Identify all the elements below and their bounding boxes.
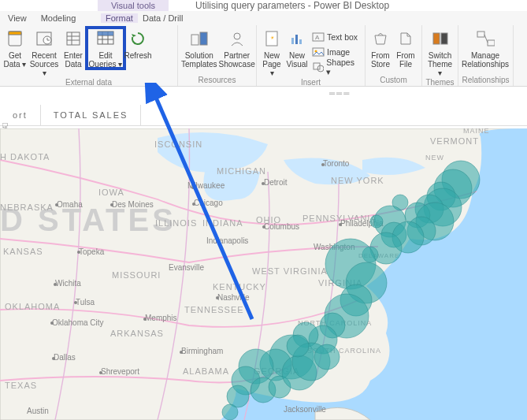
svg-point-82 (180, 351, 183, 354)
svg-point-74 (262, 225, 265, 229)
city-okc: Oklahoma City (52, 318, 104, 327)
svg-point-16 (234, 33, 240, 39)
svg-point-81 (216, 296, 219, 299)
svg-point-66 (314, 344, 340, 370)
city-dm: Des Moines (112, 200, 154, 209)
switch-theme-button[interactable]: Switch Theme ▾ (425, 28, 455, 77)
solution-templates-icon (190, 29, 209, 48)
city-jacksonville: Jacksonville (284, 405, 326, 414)
label-wv: WEST VIRGINIA (252, 266, 328, 276)
tab-data-drill[interactable]: Data / Drill (138, 13, 187, 23)
label-michigan: MICHIGAN (217, 166, 266, 176)
svg-point-73 (192, 203, 195, 206)
label-texas: TEXAS (5, 381, 37, 390)
label-arkansas: ARKANSAS (110, 329, 164, 338)
city-dallas: Dallas (54, 353, 76, 362)
svg-rect-28 (433, 33, 440, 44)
svg-point-78 (74, 301, 77, 304)
svg-rect-20 (295, 35, 298, 44)
city-evansville: Evansville (169, 263, 204, 272)
svg-point-71 (262, 182, 265, 185)
tab-view[interactable]: View (3, 13, 32, 23)
city-indy: Indianapolis (206, 236, 248, 245)
svg-point-76 (77, 251, 80, 254)
svg-rect-21 (299, 39, 302, 44)
group-external-data: External data (3, 77, 174, 87)
city-wichita: Wichita (55, 279, 81, 288)
city-birmingham: Birmingham (181, 347, 223, 355)
enter-data-icon (64, 29, 83, 48)
ribbon-tabs: View Modeling Format Data / Drill (0, 11, 527, 25)
edit-queries-button[interactable]: Edit Queries ▾ (87, 28, 124, 69)
sheet-tab-total-sales[interactable]: TOTAL SALES (41, 105, 142, 125)
city-columbus: Columbus (264, 222, 299, 231)
label-iowa: IOWA (98, 188, 124, 197)
solution-templates-button[interactable]: Solution Templates (181, 28, 217, 69)
svg-point-67 (287, 335, 309, 357)
svg-point-79 (50, 322, 54, 325)
svg-point-44 (370, 215, 383, 228)
shapes-button[interactable]: Shapes ▾ (310, 59, 362, 74)
city-detroit: Detroit (264, 178, 288, 187)
label-new-york: NEW YORK (331, 176, 384, 185)
label-south-dakota: H DAKOTA (0, 152, 50, 162)
label-tennessee: TENNESSEE (184, 305, 244, 314)
svg-point-27 (317, 65, 324, 72)
svg-point-84 (99, 371, 102, 374)
group-insert: Insert (260, 77, 362, 87)
manage-relationships-button[interactable]: Manage Relationships (462, 28, 509, 69)
group-resources: Resources (181, 75, 253, 86)
svg-point-68 (191, 186, 195, 189)
enter-data-button[interactable]: Enter Data (61, 28, 85, 69)
label-indiana: INDIANA (202, 218, 243, 228)
partner-showcase-button[interactable]: Partner Showcase (219, 28, 255, 69)
group-relationships: Relationships (462, 75, 510, 86)
svg-rect-13 (98, 32, 113, 35)
svg-rect-1 (9, 32, 21, 35)
tab-modeling[interactable]: Modeling (36, 13, 81, 23)
from-store-button[interactable]: From Store (369, 28, 392, 69)
label-missouri: MISSOURI (112, 270, 161, 280)
sheet-tabs: ort TOTAL SALES (0, 105, 527, 126)
svg-point-69 (55, 203, 58, 206)
refresh-button[interactable]: Refresh (126, 28, 150, 60)
ribbon-collapse-handle[interactable]: ═══ (329, 89, 351, 98)
city-memphis: Memphis (145, 314, 177, 322)
ribbon: Get Data ▾ Recent Sources ▾ Enter Data E… (0, 25, 527, 87)
context-tab-visualtools: Visual tools (98, 0, 169, 11)
new-visual-button[interactable]: New Visual (285, 28, 309, 69)
city-omaha: Omaha (57, 200, 83, 209)
switch-theme-icon (431, 29, 450, 48)
tab-format[interactable]: Format (101, 13, 138, 23)
city-nashville: Nashville (217, 293, 250, 302)
svg-point-77 (54, 283, 57, 286)
svg-point-75 (339, 223, 342, 226)
map-visual[interactable]: D STATES H DAKOTA VERMONT MAINE NEW ISCO… (0, 128, 527, 420)
from-file-button[interactable]: From File (394, 28, 418, 69)
svg-point-80 (143, 318, 147, 321)
new-visual-icon (288, 29, 306, 48)
svg-point-72 (321, 163, 325, 166)
textbox-icon: A (312, 32, 325, 43)
refresh-icon (128, 29, 147, 48)
svg-text:☀: ☀ (270, 35, 274, 40)
group-themes: Themes (425, 77, 455, 87)
label-maine: MAINE (463, 128, 490, 135)
new-page-button[interactable]: ☀ New Page ▾ (260, 28, 284, 77)
svg-rect-31 (488, 40, 495, 46)
svg-point-63 (222, 404, 238, 420)
from-file-icon (396, 29, 415, 48)
svg-point-83 (52, 357, 55, 360)
recent-sources-button[interactable]: Recent Sources ▾ (28, 28, 60, 77)
recent-sources-icon (35, 29, 54, 48)
from-store-icon (371, 29, 390, 48)
label-vermont: VERMONT (430, 136, 479, 146)
svg-rect-30 (477, 32, 484, 37)
label-kentucky: KENTUCKY (213, 282, 266, 292)
text-box-button[interactable]: A Text box (310, 29, 359, 44)
city-austin: Austin (27, 407, 49, 415)
label-oklahoma: OKLAHOMA (5, 302, 60, 311)
get-data-button[interactable]: Get Data ▾ (3, 28, 27, 69)
city-toronto: Toronto (323, 159, 350, 168)
label-illinois: ILLINOIS (155, 218, 197, 228)
